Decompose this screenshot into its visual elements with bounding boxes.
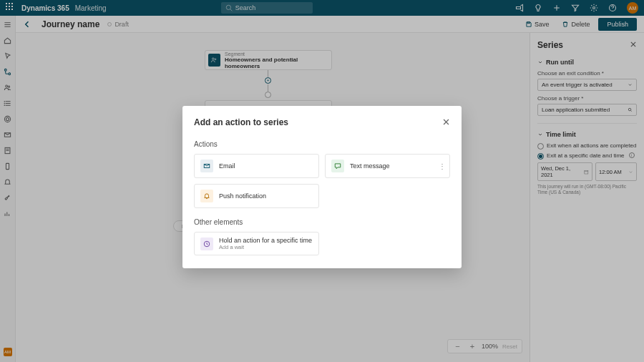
modal-overlay[interactable]: Add an action to series Actions Email Te… [0, 0, 644, 362]
modal-close-button[interactable] [442, 116, 450, 129]
other-elements-section-label: Other elements [194, 218, 450, 226]
more-icon[interactable]: ⋮ [439, 162, 445, 170]
modal-title: Add an action to series [194, 117, 288, 127]
action-tile-text-message[interactable]: Text message ⋮ [325, 154, 450, 178]
action-tile-push-notification[interactable]: Push notification [194, 184, 319, 208]
mail-icon [200, 160, 213, 172]
clock-icon [200, 238, 213, 250]
bell-icon [200, 190, 213, 202]
sms-icon [331, 160, 344, 172]
actions-section-label: Actions [194, 140, 450, 148]
element-tile-hold-action[interactable]: Hold an action for a specific time Add a… [194, 232, 319, 255]
action-tile-email[interactable]: Email [194, 154, 319, 178]
add-action-modal: Add an action to series Actions Email Te… [182, 106, 462, 268]
